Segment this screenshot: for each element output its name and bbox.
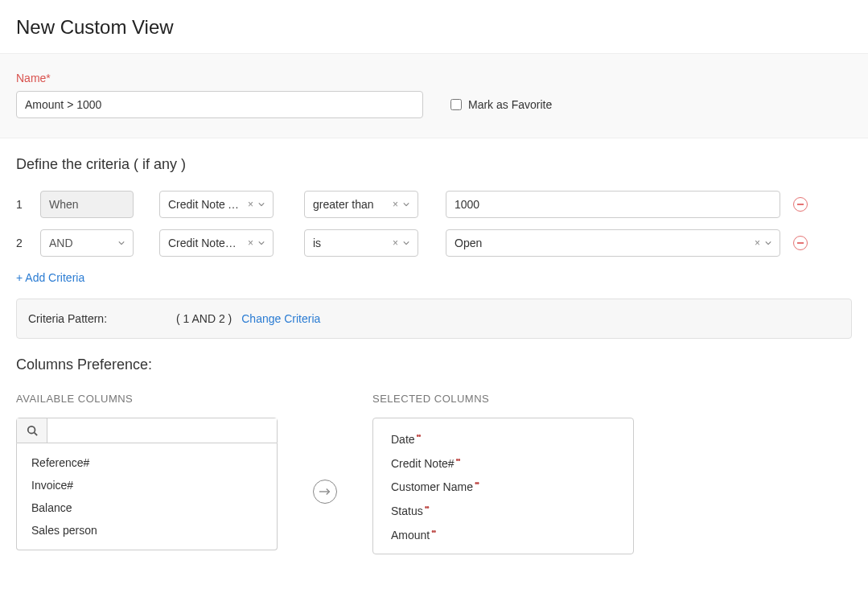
selected-column-item[interactable]: Credit Note#•• [373, 451, 633, 475]
criteria-value-text: Open [455, 237, 771, 249]
available-columns-search[interactable] [47, 418, 277, 443]
clear-icon[interactable]: × [248, 237, 253, 249]
available-columns-list: Reference# Invoice# Balance Sales person [16, 443, 278, 550]
page-title: New Custom View [16, 16, 852, 39]
drag-handle-icon[interactable]: •• [431, 527, 435, 536]
criteria-row: 2 AND Credit Notes ... × is × Open × [16, 229, 852, 257]
criteria-value-select[interactable]: Open × [446, 229, 780, 257]
clear-icon[interactable]: × [755, 237, 760, 249]
selected-column-item[interactable]: Customer Name•• [373, 474, 633, 498]
selected-column-label: Status [391, 505, 423, 517]
transfer-right-button[interactable] [313, 480, 337, 504]
criteria-logic-when: When [40, 191, 134, 218]
available-columns-panel: AVAILABLE COLUMNS Reference# Invoice# Ba… [16, 393, 278, 550]
favorite-label: Mark as Favorite [468, 98, 552, 111]
selected-column-label: Customer Name [391, 480, 473, 493]
name-label: Name* [16, 72, 852, 84]
chevron-down-icon [118, 241, 125, 245]
criteria-value-input[interactable] [446, 191, 780, 218]
name-input[interactable] [16, 91, 423, 118]
clear-icon[interactable]: × [248, 199, 253, 210]
criteria-pattern-value: ( 1 AND 2 ) [176, 312, 232, 325]
selected-columns-list: Date•• Credit Note#•• Customer Name•• St… [372, 418, 634, 554]
chevron-down-icon [258, 203, 265, 207]
drag-handle-icon[interactable]: •• [417, 431, 421, 440]
criteria-pattern-box: Criteria Pattern: ( 1 AND 2 ) Change Cri… [16, 299, 852, 339]
svg-line-1 [34, 433, 37, 436]
chevron-down-icon [258, 241, 265, 245]
available-column-item[interactable]: Balance [17, 496, 277, 519]
chevron-down-icon [403, 203, 409, 207]
criteria-field-select[interactable]: Credit Notes ... × [159, 229, 274, 257]
criteria-pattern-label: Criteria Pattern: [28, 312, 176, 325]
available-columns-title: AVAILABLE COLUMNS [16, 393, 278, 405]
clear-icon[interactable]: × [393, 199, 398, 210]
available-column-item[interactable]: Invoice# [17, 474, 277, 496]
selected-column-item[interactable]: Amount•• [373, 522, 633, 546]
criteria-field-select[interactable]: Credit Note A... × [159, 191, 274, 218]
criteria-logic-select[interactable]: AND [40, 229, 134, 257]
selected-column-label: Credit Note# [391, 456, 455, 469]
search-icon [17, 418, 47, 443]
selected-column-label: Date [391, 433, 415, 446]
chevron-down-icon [765, 241, 771, 245]
add-criteria-link[interactable]: + Add Criteria [16, 271, 84, 284]
favorite-checkbox[interactable] [450, 99, 462, 110]
criteria-operator-select[interactable]: greater than × [304, 191, 418, 218]
change-criteria-link[interactable]: Change Criteria [241, 312, 320, 325]
available-column-item[interactable]: Reference# [17, 451, 277, 474]
columns-heading: Columns Preference: [16, 356, 852, 373]
criteria-heading: Define the criteria ( if any ) [16, 156, 852, 173]
criteria-logic-label: AND [49, 237, 73, 249]
selected-column-label: Amount [391, 528, 430, 541]
clear-icon[interactable]: × [393, 237, 398, 249]
drag-handle-icon[interactable]: •• [475, 479, 479, 488]
available-column-item[interactable]: Sales person [17, 519, 277, 542]
selected-columns-panel: SELECTED COLUMNS Date•• Credit Note#•• C… [372, 393, 634, 554]
criteria-index: 2 [16, 237, 40, 249]
remove-criteria-button[interactable] [793, 236, 808, 250]
selected-columns-title: SELECTED COLUMNS [372, 393, 634, 405]
drag-handle-icon[interactable]: •• [456, 455, 460, 464]
favorite-checkbox-group[interactable]: Mark as Favorite [450, 98, 552, 111]
remove-criteria-button[interactable] [793, 197, 808, 212]
chevron-down-icon [403, 241, 409, 245]
selected-column-item[interactable]: Status•• [373, 498, 633, 522]
criteria-row: 1 When Credit Note A... × greater than × [16, 191, 852, 218]
selected-column-item[interactable]: Date•• [373, 426, 633, 451]
criteria-logic-label: When [49, 198, 79, 211]
criteria-index: 1 [16, 198, 40, 211]
svg-point-0 [27, 426, 35, 434]
criteria-operator-select[interactable]: is × [304, 229, 418, 257]
drag-handle-icon[interactable]: •• [425, 503, 429, 512]
